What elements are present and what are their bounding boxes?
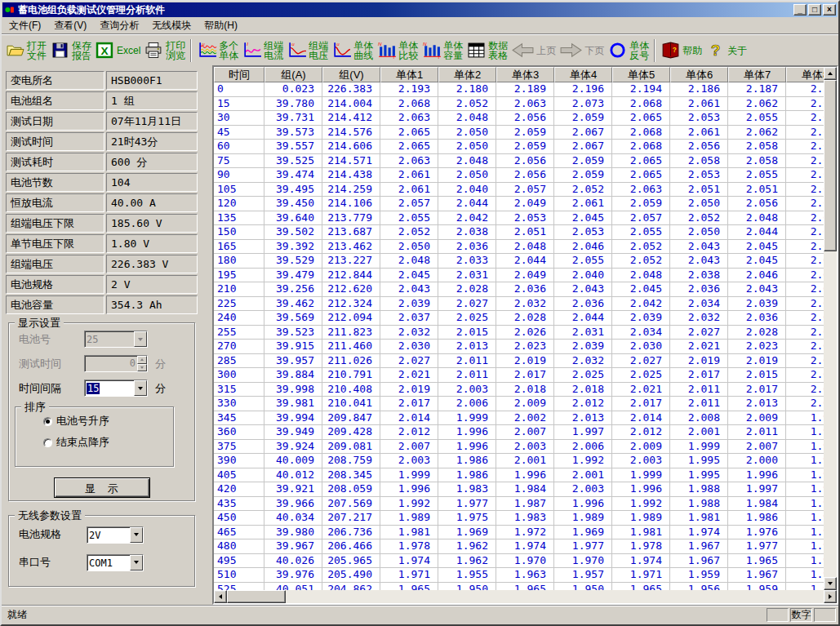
info-field-value: HSB000F1 bbox=[106, 71, 198, 90]
table-row[interactable]: 3039.731214.4122.0632.0482.0562.0592.065… bbox=[214, 111, 824, 126]
table-row[interactable]: 46539.980206.7361.9811.9691.9721.9691.98… bbox=[214, 526, 824, 540]
sort-descending-radio[interactable]: 结束点降序 bbox=[43, 435, 173, 450]
table-row[interactable]: 51039.976205.4901.9711.9551.9631.9571.97… bbox=[214, 568, 824, 583]
chevron-down-icon[interactable] bbox=[130, 527, 143, 543]
show-button[interactable]: 显 示 bbox=[54, 477, 150, 498]
table-row[interactable]: 42039.921208.0591.9961.9831.9842.0031.99… bbox=[214, 482, 824, 497]
scroll-down-icon[interactable] bbox=[824, 577, 837, 590]
chevron-down-icon[interactable] bbox=[134, 331, 147, 347]
cell-invert-button[interactable]: 单体反号 bbox=[606, 38, 651, 64]
spin-down-icon[interactable] bbox=[137, 364, 147, 372]
group-current-curve-button[interactable]: I组端电流 bbox=[240, 38, 285, 64]
group-voltage-curve-button[interactable]: u组端电压 bbox=[285, 38, 330, 64]
horizontal-scrollbar-thumb[interactable] bbox=[227, 590, 286, 603]
table-row[interactable]: 52540.051204.8621.9651.9501.9651.9501.96… bbox=[214, 583, 824, 591]
table-row[interactable]: 00.023226.3832.1932.1802.1892.1962.1942.… bbox=[214, 82, 824, 97]
horizontal-scrollbar-track[interactable] bbox=[286, 590, 824, 603]
table-header-cell[interactable]: 组(A) bbox=[264, 67, 322, 82]
table-cell: 1.981 bbox=[612, 526, 670, 540]
table-row[interactable]: 22539.462212.3242.0392.0272.0322.0362.04… bbox=[214, 297, 824, 312]
table-header-cell[interactable]: 单体5 bbox=[612, 67, 670, 82]
table-row[interactable]: 15039.502213.6872.0522.0382.0512.0532.05… bbox=[214, 225, 824, 240]
close-button[interactable]: × bbox=[823, 4, 836, 16]
table-row[interactable]: 21039.256212.6202.0432.0282.0362.0432.04… bbox=[214, 282, 824, 297]
help-button[interactable]: ?帮助 bbox=[659, 38, 704, 64]
table-row[interactable]: 43539.966207.5691.9921.9771.9871.9961.99… bbox=[214, 497, 824, 512]
table-row[interactable]: 6039.557214.6062.0652.0502.0592.0672.068… bbox=[214, 140, 824, 154]
table-row[interactable]: 13539.640213.7792.0552.0422.0532.0452.05… bbox=[214, 211, 824, 226]
status-pane-scrl bbox=[814, 608, 836, 622]
prev-page-button[interactable]: 上页 bbox=[509, 38, 558, 64]
table-row[interactable]: 37539.924209.0812.0071.9962.0032.0062.00… bbox=[214, 440, 824, 455]
table-row[interactable]: 28539.957211.0262.0272.0112.0192.0322.02… bbox=[214, 354, 824, 369]
data-grid-button[interactable]: 数据表格 bbox=[464, 38, 509, 64]
horizontal-scrollbar[interactable] bbox=[214, 590, 837, 603]
com-port-combobox[interactable]: COM1 bbox=[87, 554, 144, 571]
table-header-cell[interactable]: 单体6 bbox=[670, 67, 728, 82]
table-row[interactable]: 36039.949209.4282.0121.9962.0071.9972.01… bbox=[214, 425, 824, 440]
table-row[interactable]: 7539.525214.5712.0632.0482.0562.0592.065… bbox=[214, 154, 824, 169]
table-row[interactable]: 16539.392213.4622.0502.0362.0482.0462.05… bbox=[214, 240, 824, 255]
battery-spec-combobox[interactable]: 2V bbox=[87, 526, 144, 544]
chevron-down-icon[interactable] bbox=[130, 555, 143, 571]
table-cell: 1.963 bbox=[496, 568, 554, 583]
table-header-cell[interactable]: 组(V) bbox=[322, 67, 380, 82]
table-row[interactable]: 12039.450214.1062.0572.0442.0492.0612.05… bbox=[214, 197, 824, 211]
next-page-button[interactable]: 下页 bbox=[558, 38, 606, 64]
vertical-scrollbar[interactable] bbox=[824, 67, 837, 590]
menu-item-1[interactable]: 文件(F) bbox=[2, 16, 47, 35]
interval-combobox[interactable]: 15 bbox=[84, 380, 148, 397]
sort-ascending-radio[interactable]: 电池号升序 bbox=[43, 414, 173, 428]
table-header-cell[interactable]: 单体7 bbox=[728, 67, 786, 82]
save-report-button[interactable]: 保存报告 bbox=[48, 38, 93, 64]
scroll-left-icon[interactable] bbox=[214, 590, 227, 603]
table-header-cell[interactable]: 单体3 bbox=[496, 67, 554, 82]
table-row[interactable]: 48039.967206.4661.9781.9621.9741.9771.97… bbox=[214, 539, 824, 554]
info-fields: 变电所名HSB000F1电池组名1 组测试日期07年11月11日测试时间21时4… bbox=[6, 71, 212, 314]
table-row[interactable]: 25539.523211.8232.0322.0152.0262.0312.03… bbox=[214, 326, 824, 340]
table-row[interactable]: 10539.495214.2592.0612.0402.0572.0522.06… bbox=[214, 183, 824, 198]
cell-curve-button[interactable]: u单体曲线 bbox=[330, 38, 375, 64]
table-header-cell[interactable]: 时间 bbox=[214, 67, 264, 82]
table-row[interactable]: 18039.529213.2272.0482.0332.0442.0552.05… bbox=[214, 254, 824, 269]
table-row[interactable]: 9039.474214.4382.0612.0502.0562.0592.065… bbox=[214, 168, 824, 183]
spin-up-icon[interactable] bbox=[137, 356, 147, 364]
minimize-button[interactable]: _ bbox=[793, 4, 807, 16]
excel-export-button[interactable]: XExcel bbox=[93, 38, 142, 64]
table-row[interactable]: 45040.034207.2171.9891.9751.9831.9891.98… bbox=[214, 511, 824, 526]
vertical-scrollbar-thumb[interactable] bbox=[824, 80, 837, 251]
table-row[interactable]: 27039.915211.4602.0302.0132.0232.0392.03… bbox=[214, 340, 824, 354]
about-button[interactable]: ?关于 bbox=[704, 38, 749, 64]
table-row[interactable]: 1539.780214.0042.0682.0522.0632.0732.068… bbox=[214, 97, 824, 112]
table-row[interactable]: 31539.998210.4082.0192.0032.0182.0182.02… bbox=[214, 383, 824, 397]
table-row[interactable]: 30039.884210.7912.0212.0112.0172.0252.02… bbox=[214, 368, 824, 383]
table-row[interactable]: 4539.573214.5762.0652.0502.0592.0672.068… bbox=[214, 126, 824, 140]
menu-item-5[interactable]: 帮助(H) bbox=[198, 16, 244, 35]
table-row[interactable]: 34539.994209.8472.0141.9992.0022.0132.01… bbox=[214, 411, 824, 426]
cell-compare-button[interactable]: Nt单体比较 bbox=[375, 38, 420, 64]
menu-item-2[interactable]: 查看(V) bbox=[47, 16, 93, 35]
table-row[interactable]: 40540.012208.3451.9991.9861.9962.0011.99… bbox=[214, 468, 824, 483]
scroll-up-icon[interactable] bbox=[824, 67, 837, 80]
menu-item-4[interactable]: 无线模块 bbox=[145, 16, 198, 35]
table-header-cell[interactable]: 单体8 bbox=[786, 67, 824, 82]
table-header-cell[interactable]: 单体4 bbox=[554, 67, 612, 82]
table-header-cell[interactable]: 单体2 bbox=[438, 67, 496, 82]
table-row[interactable]: 49540.026205.9651.9741.9621.9701.9701.97… bbox=[214, 554, 824, 569]
test-time-spinner[interactable]: 0 bbox=[84, 355, 148, 372]
maximize-button[interactable]: □ bbox=[808, 4, 821, 16]
print-preview-button[interactable]: 打印浏览 bbox=[142, 38, 187, 64]
cell-capacity-button[interactable]: Nt单体容量 bbox=[420, 38, 464, 64]
table-row[interactable]: 19539.479212.8442.0452.0312.0492.0402.04… bbox=[214, 269, 824, 283]
open-file-button[interactable]: 打开文件 bbox=[3, 38, 48, 64]
chevron-down-icon[interactable] bbox=[134, 380, 147, 396]
battery-no-combobox[interactable]: 25 bbox=[84, 331, 148, 348]
scroll-right-icon[interactable] bbox=[824, 590, 837, 603]
vertical-scrollbar-track[interactable] bbox=[824, 251, 837, 577]
table-row[interactable]: 24039.569212.0942.0372.0252.0282.0442.03… bbox=[214, 311, 824, 326]
multi-cell-curves-button[interactable]: u多个单体 bbox=[195, 38, 240, 64]
table-row[interactable]: 39040.009208.7592.0031.9862.0011.9922.00… bbox=[214, 454, 824, 468]
menu-item-3[interactable]: 查询分析 bbox=[93, 16, 145, 35]
table-row[interactable]: 33039.981210.0412.0172.0062.0092.0122.01… bbox=[214, 397, 824, 411]
table-header-cell[interactable]: 单体1 bbox=[380, 67, 438, 82]
